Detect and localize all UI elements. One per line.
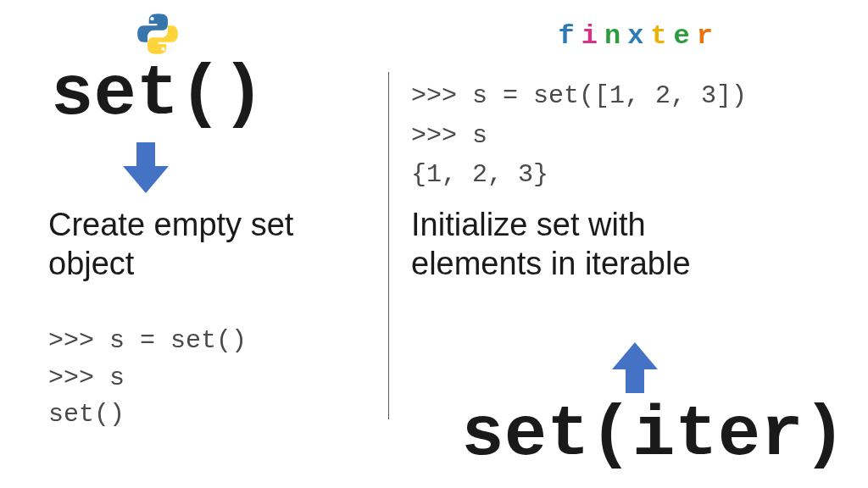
left-title: set() <box>51 59 264 130</box>
code-line: >>> s = set() <box>48 326 247 355</box>
right-description-line1: Initialize set with <box>411 206 801 245</box>
code-line: >>> s <box>48 363 125 392</box>
code-line: >>> s = set([1, 2, 3]) <box>411 81 747 110</box>
logo-letter: t <box>650 20 673 52</box>
right-code-block: >>> s = set([1, 2, 3]) >>> s {1, 2, 3} <box>411 76 747 195</box>
arrow-up-icon <box>612 342 658 393</box>
left-description: Create empty set object <box>48 206 353 283</box>
svg-point-0 <box>150 17 153 20</box>
left-code-block: >>> s = set() >>> s set() <box>48 323 247 434</box>
arrow-down-icon <box>123 142 169 193</box>
code-line: {1, 2, 3} <box>411 160 548 189</box>
left-description-line2: object <box>48 245 353 284</box>
logo-letter: x <box>627 20 650 52</box>
logo-letter: f <box>559 20 581 52</box>
left-description-line1: Create empty set <box>48 206 353 245</box>
right-description-line2: elements in iterable <box>411 245 801 284</box>
code-line: >>> s <box>411 121 487 150</box>
right-description: Initialize set with elements in iterable <box>411 206 801 283</box>
logo-letter: i <box>581 20 604 52</box>
python-logo-icon <box>136 12 180 56</box>
vertical-divider <box>388 72 389 419</box>
right-title: set(iter) <box>461 400 846 471</box>
code-line: set() <box>48 400 125 429</box>
svg-point-1 <box>161 47 164 51</box>
logo-letter: r <box>697 20 720 52</box>
finxter-logo: finxter <box>559 20 720 52</box>
logo-letter: n <box>604 20 627 52</box>
logo-letter: e <box>674 20 697 52</box>
